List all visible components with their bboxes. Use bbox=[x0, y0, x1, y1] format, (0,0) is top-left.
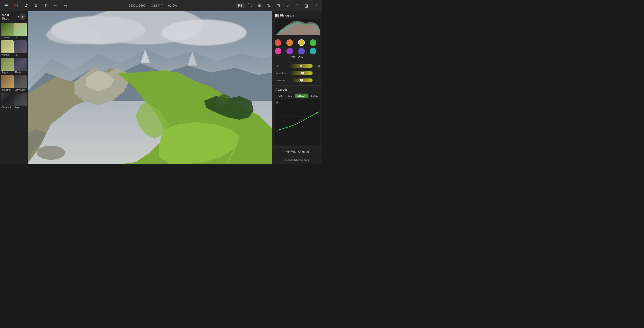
preset-item-chill[interactable]: Chill bbox=[14, 40, 27, 57]
preset-item-efinity[interactable]: Efinity bbox=[14, 58, 27, 75]
export-button[interactable]: ⬇ bbox=[32, 1, 40, 10]
hue-slider[interactable] bbox=[290, 64, 312, 68]
brand-button[interactable]: ⊙ bbox=[12, 1, 20, 10]
circle-icon: ○ bbox=[286, 3, 289, 8]
preset-grid: Lowkey Lit Warmth Chill Supra Efinity In… bbox=[0, 22, 28, 110]
color-dot-red[interactable] bbox=[274, 39, 281, 46]
svg-point-4 bbox=[46, 25, 103, 44]
luminance-slider[interactable] bbox=[290, 78, 312, 82]
image-dimensions: 2400 x 1590 bbox=[129, 4, 146, 7]
curves-tab-rgb[interactable]: RGB bbox=[274, 93, 284, 98]
preset-item-warmth[interactable]: Warmth bbox=[1, 40, 14, 57]
mix-with-original-section[interactable]: Mix With Original bbox=[272, 147, 322, 156]
preset-label-chill: Chill bbox=[14, 53, 27, 57]
color-dot-purple[interactable] bbox=[286, 48, 293, 54]
preset-label-industrial: Industrial bbox=[1, 88, 14, 92]
preset-item-lit[interactable]: Lit bbox=[14, 23, 27, 40]
svg-point-18 bbox=[37, 146, 65, 160]
menu-button[interactable]: ☰ bbox=[2, 1, 10, 10]
preset-label-ladygrey: Lady Grey bbox=[14, 88, 27, 92]
compare-icon: ▣ bbox=[258, 3, 261, 8]
curves-tab-blue[interactable]: BLUE bbox=[309, 93, 320, 98]
brand-icon: ⊙ bbox=[14, 2, 18, 9]
hue-value: -3 bbox=[314, 64, 320, 67]
preset-label-efinity: Efinity bbox=[14, 71, 27, 75]
plus-icon: + bbox=[22, 14, 24, 19]
text-button[interactable]: T/ bbox=[264, 1, 273, 10]
saturation-row: Saturation bbox=[274, 70, 320, 76]
crop-icon: ⊡ bbox=[276, 3, 280, 8]
revert-button[interactable]: ↺ bbox=[22, 1, 30, 10]
square-button[interactable]: □ bbox=[293, 1, 301, 10]
color-dot-cyan[interactable] bbox=[310, 48, 316, 54]
preset-item-kapa[interactable]: Kapa bbox=[14, 93, 27, 110]
histogram-chart-icon: 📊 bbox=[274, 14, 279, 17]
curves-trash-button[interactable]: 🗑 bbox=[276, 100, 280, 105]
select-button[interactable]: ◪ bbox=[302, 1, 311, 10]
saturation-slider[interactable] bbox=[290, 71, 312, 75]
preset-item-industrial[interactable]: Industrial bbox=[1, 75, 14, 92]
circle-button[interactable]: ○ bbox=[283, 1, 292, 10]
add-preset-button[interactable]: + bbox=[19, 13, 26, 20]
preset-thumb-kapa bbox=[14, 93, 27, 106]
preset-thumb-ladygrey bbox=[14, 75, 27, 88]
curves-tab-red[interactable]: RED bbox=[285, 93, 294, 98]
image-info-bar: 2400 x 1590 3.82 MP 91.6% bbox=[71, 4, 234, 7]
text-icon: T/ bbox=[267, 4, 270, 7]
preset-label-kapa: Kapa bbox=[14, 106, 27, 110]
curves-title: Curves bbox=[278, 88, 288, 91]
menu-icon: ☰ bbox=[4, 3, 8, 8]
preset-item-ladygrey[interactable]: Lady Grey bbox=[14, 75, 27, 92]
image-mp: 3.82 MP bbox=[151, 4, 162, 7]
hue-row: Hue -3 bbox=[274, 63, 320, 69]
reset-adjustments-section[interactable]: Reset Adjustments bbox=[272, 156, 322, 164]
preset-item-cinematic[interactable]: Cinematic bbox=[1, 93, 14, 110]
share-icon: ⬆ bbox=[44, 3, 48, 8]
help-button[interactable]: ? bbox=[312, 1, 320, 10]
color-dot-yellow[interactable] bbox=[298, 39, 305, 46]
luminance-row: Luminance bbox=[274, 77, 320, 83]
category-label: Most Used bbox=[2, 13, 16, 20]
color-dots-section: YELLOW bbox=[272, 37, 322, 61]
square-icon: □ bbox=[296, 3, 298, 8]
preset-item-supra[interactable]: Supra bbox=[1, 58, 14, 75]
compare-button[interactable]: ▣ bbox=[255, 1, 264, 10]
curves-display[interactable]: 🗑 bbox=[274, 99, 320, 145]
color-dot-pink[interactable] bbox=[274, 48, 281, 54]
svg-point-3 bbox=[162, 19, 246, 45]
color-dot-violet[interactable] bbox=[298, 48, 305, 54]
curves-tab-green[interactable]: GREEN bbox=[295, 93, 308, 98]
curves-header: ╱ Curves bbox=[274, 88, 320, 92]
canvas-area[interactable] bbox=[28, 11, 272, 164]
left-panel: Most Used + Lowkey Lit Warmth Chill Supr… bbox=[0, 11, 28, 164]
luminance-label: Luminance bbox=[274, 79, 289, 81]
fullscreen-button[interactable]: ⛶ bbox=[246, 1, 254, 10]
hsl-section: Hue -3 Saturation Luminance bbox=[272, 61, 322, 85]
redo-button[interactable]: ↪ bbox=[61, 1, 70, 10]
curves-section: ╱ Curves RGBREDGREENBLUE 🗑 bbox=[272, 85, 322, 147]
histogram-title: Histogram bbox=[280, 14, 294, 17]
histogram-display bbox=[274, 19, 320, 35]
export-icon: ⬇ bbox=[34, 3, 38, 8]
fullscreen-icon: ⛶ bbox=[248, 3, 252, 8]
color-dot-green[interactable] bbox=[310, 39, 316, 46]
fit-button[interactable]: FIT bbox=[236, 3, 245, 8]
crop-button[interactable]: ⊡ bbox=[274, 1, 282, 10]
preset-item-lowkey[interactable]: Lowkey bbox=[1, 23, 14, 40]
saturation-label: Saturation bbox=[274, 72, 289, 74]
share-button[interactable]: ⬆ bbox=[42, 1, 50, 10]
preset-label-cinematic: Cinematic bbox=[1, 106, 14, 110]
color-dot-orange[interactable] bbox=[286, 39, 293, 46]
topbar: ☰ ⊙ ↺ ⬇ ⬆ ↩ ↪ 2400 x 1590 3.82 MP 91.6% … bbox=[0, 0, 322, 11]
preset-thumb-lit bbox=[14, 23, 27, 36]
preset-thumb-warmth bbox=[1, 40, 14, 53]
left-panel-header: Most Used + bbox=[0, 11, 28, 22]
preset-label-warmth: Warmth bbox=[1, 53, 14, 57]
undo-button[interactable]: ↩ bbox=[52, 1, 60, 10]
histogram-title-row: 📊 Histogram bbox=[274, 14, 320, 17]
preset-label-supra: Supra bbox=[1, 71, 14, 75]
preset-thumb-supra bbox=[1, 58, 14, 71]
category-selector[interactable]: Most Used bbox=[2, 13, 19, 20]
preset-thumb-chill bbox=[14, 40, 27, 53]
preset-thumb-industrial bbox=[1, 75, 14, 88]
